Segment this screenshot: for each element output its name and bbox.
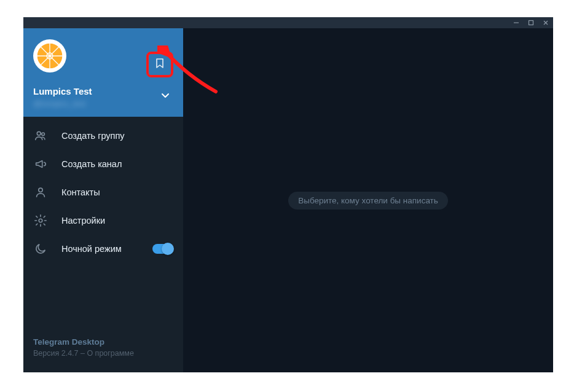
footer-version[interactable]: Версия 2.4.7 – О программе bbox=[33, 349, 173, 358]
megaphone-icon bbox=[33, 157, 48, 171]
menu-label: Создать канал bbox=[61, 159, 122, 169]
menu-label: Настройки bbox=[61, 216, 105, 225]
group-icon bbox=[33, 128, 48, 143]
expand-accounts-button[interactable] bbox=[160, 90, 171, 103]
svg-point-14 bbox=[39, 219, 42, 222]
avatar[interactable] bbox=[33, 39, 66, 73]
chevron-down-icon bbox=[160, 90, 171, 101]
svg-rect-1 bbox=[529, 21, 533, 25]
minimize-button[interactable] bbox=[513, 19, 520, 26]
profile-block: Lumpics Test @lumpics_test bbox=[23, 28, 183, 117]
profile-username: Lumpics Test bbox=[33, 86, 173, 96]
saved-messages-button[interactable] bbox=[146, 52, 173, 77]
bookmark-icon bbox=[155, 58, 165, 71]
app-body: Lumpics Test @lumpics_test Создать групп… bbox=[23, 28, 553, 372]
menu-label: Создать группу bbox=[61, 131, 125, 141]
menu-item-new-group[interactable]: Создать группу bbox=[23, 122, 183, 150]
empty-state-placeholder: Выберите, кому хотели бы написать bbox=[288, 192, 448, 210]
night-mode-toggle[interactable] bbox=[152, 244, 173, 254]
sidebar-footer: Telegram Desktop Версия 2.4.7 – О програ… bbox=[23, 337, 183, 372]
app-window: Lumpics Test @lumpics_test Создать групп… bbox=[23, 17, 553, 372]
menu-label: Контакты bbox=[61, 187, 100, 197]
menu-item-new-channel[interactable]: Создать канал bbox=[23, 150, 183, 178]
moon-icon bbox=[33, 241, 48, 256]
maximize-button[interactable] bbox=[527, 19, 535, 26]
svg-point-11 bbox=[37, 131, 41, 135]
main-area: Выберите, кому хотели бы написать bbox=[183, 28, 553, 372]
svg-point-13 bbox=[39, 188, 42, 192]
svg-point-12 bbox=[42, 133, 45, 136]
person-icon bbox=[33, 185, 48, 200]
menu: Создать группу Создать канал Контакты bbox=[23, 117, 183, 263]
gear-icon bbox=[33, 213, 48, 228]
titlebar bbox=[23, 17, 553, 28]
close-button[interactable] bbox=[542, 19, 549, 26]
menu-item-night-mode[interactable]: Ночной режим bbox=[23, 235, 183, 263]
menu-item-contacts[interactable]: Контакты bbox=[23, 178, 183, 206]
profile-handle: @lumpics_test bbox=[33, 99, 173, 108]
menu-label: Ночной режим bbox=[61, 244, 122, 254]
menu-item-settings[interactable]: Настройки bbox=[23, 206, 183, 235]
sidebar: Lumpics Test @lumpics_test Создать групп… bbox=[23, 28, 183, 372]
toggle-knob bbox=[162, 243, 174, 255]
footer-app-name: Telegram Desktop bbox=[33, 337, 173, 347]
